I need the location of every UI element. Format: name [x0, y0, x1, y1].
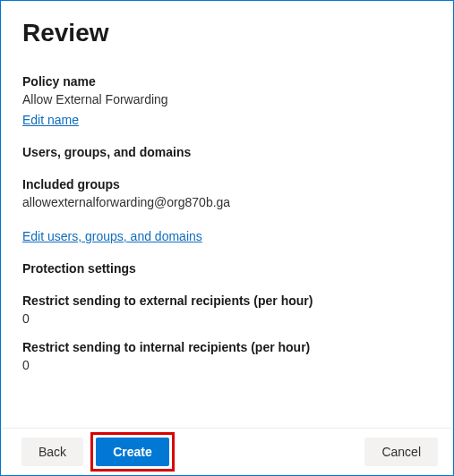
restrict-external-value: 0 — [22, 311, 432, 326]
included-groups-label: Included groups — [22, 177, 432, 191]
back-button[interactable]: Back — [21, 438, 83, 466]
cancel-button[interactable]: Cancel — [364, 438, 438, 466]
included-groups-block: Included groups allowexternalforwarding@… — [22, 177, 432, 209]
policy-name-label: Policy name — [22, 74, 432, 89]
edit-name-link[interactable]: Edit name — [22, 113, 79, 127]
review-panel: Review Policy name Allow External Forwar… — [1, 1, 453, 429]
restrict-external-label: Restrict sending to external recipients … — [22, 293, 432, 308]
footer-bar: Back Create Cancel — [2, 428, 452, 474]
protection-settings-block: Restrict sending to external recipients … — [22, 293, 432, 372]
restrict-internal-value: 0 — [22, 358, 432, 372]
policy-name-block: Policy name Allow External Forwarding Ed… — [22, 74, 432, 145]
create-button[interactable]: Create — [96, 438, 169, 466]
included-groups-value: allowexternalforwarding@org870b.ga — [22, 195, 432, 209]
policy-name-value: Allow External Forwarding — [22, 92, 432, 106]
users-groups-domains-heading: Users, groups, and domains — [22, 145, 432, 159]
page-title: Review — [22, 19, 432, 47]
edit-users-groups-domains-link[interactable]: Edit users, groups, and domains — [22, 229, 202, 243]
restrict-internal-label: Restrict sending to internal recipients … — [22, 340, 432, 354]
create-button-highlight: Create — [90, 432, 175, 472]
protection-settings-heading: Protection settings — [22, 261, 432, 276]
